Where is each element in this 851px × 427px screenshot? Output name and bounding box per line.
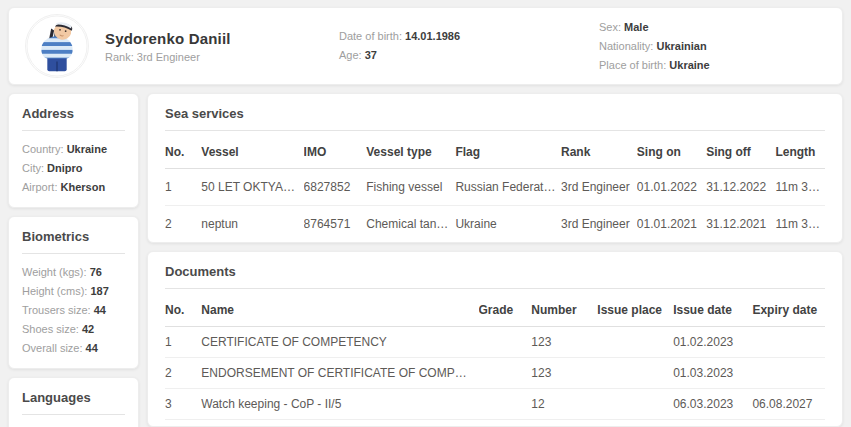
- documents-card: Documents No.NameGradeNumberIssue placeI…: [147, 251, 843, 427]
- table-cell: 8764571: [304, 206, 367, 243]
- table-cell: 3rd Engineer: [561, 169, 637, 206]
- avatar: [25, 14, 89, 78]
- weight-field: Weight (kgs): 76: [9, 263, 138, 282]
- table-row[interactable]: 150 LET OKTYABRYA6827852Fishing vesselRu…: [165, 169, 825, 206]
- table-cell: 31.12.2022: [706, 169, 775, 206]
- sea-services-title: Sea services: [165, 106, 825, 131]
- table-cell: 2: [165, 206, 201, 243]
- sea-services-table: No.VesselIMOVessel typeFlagRankSing onSi…: [165, 131, 825, 242]
- table-cell: Watch Keeping II/4: [201, 420, 478, 427]
- table-cell: 12: [531, 389, 597, 420]
- sea-services-card: Sea services No.VesselIMOVessel typeFlag…: [147, 93, 843, 243]
- table-row[interactable]: 1CERTIFICATE OF COMPETENCY12301.02.2023: [165, 327, 825, 358]
- person-rank: Rank: 3rd Engineer: [105, 51, 339, 63]
- table-cell: 30.08.2024: [752, 420, 825, 427]
- table-cell: 1: [165, 169, 201, 206]
- table-cell: [597, 327, 673, 358]
- identity-info-block: Sex: Male Nationality: Ukrainian Place o…: [599, 18, 826, 75]
- name-block: Sydorenko Daniil Rank: 3rd Engineer: [105, 30, 339, 63]
- content-column: Sea services No.VesselIMOVessel typeFlag…: [147, 93, 843, 427]
- table-cell: 01.03.2023: [673, 358, 752, 389]
- table-cell: 01.01.2022: [637, 169, 706, 206]
- place-of-birth-field: Place of birth: Ukraine: [599, 56, 826, 75]
- overall-size-field: Overall size: 44: [9, 339, 138, 358]
- column-header: Name: [201, 289, 478, 327]
- sidebar: Address Country: Ukraine City: Dnipro Ai…: [8, 93, 139, 427]
- crew-profile-page: Sydorenko Daniil Rank: 3rd Engineer Date…: [0, 0, 851, 427]
- table-cell: Chemical tanker: [366, 206, 455, 243]
- table-cell: [752, 358, 825, 389]
- documents-title: Documents: [165, 264, 825, 289]
- column-header: No.: [165, 131, 201, 169]
- column-header: Issue date: [673, 289, 752, 327]
- profile-header-card: Sydorenko Daniil Rank: 3rd Engineer Date…: [8, 7, 843, 85]
- table-row[interactable]: 2ENDORSEMENT OF CERTIFICATE OF COMPETENC…: [165, 358, 825, 389]
- table-cell: 06.03.2023: [673, 389, 752, 420]
- column-header: Rank: [561, 131, 637, 169]
- sailor-avatar-illustration: [26, 15, 88, 77]
- table-cell: [479, 389, 532, 420]
- table-cell: [597, 358, 673, 389]
- table-cell: 4: [165, 420, 201, 427]
- nationality-field: Nationality: Ukrainian: [599, 37, 826, 56]
- table-row[interactable]: 2neptun8764571Chemical tankerUkraine3rd …: [165, 206, 825, 243]
- table-cell: 06.08.2027: [752, 389, 825, 420]
- table-cell: CERTIFICATE OF COMPETENCY: [201, 327, 478, 358]
- column-header: Sing off: [706, 131, 775, 169]
- address-title: Address: [22, 106, 125, 131]
- column-header: Vessel type: [366, 131, 455, 169]
- table-cell: 01.01.2021: [637, 206, 706, 243]
- table-cell: [597, 389, 673, 420]
- table-cell: [597, 420, 673, 427]
- sea-services-header-row: No.VesselIMOVessel typeFlagRankSing onSi…: [165, 131, 825, 169]
- table-cell: 01.03.2023: [673, 420, 752, 427]
- table-cell: 31.12.2021: [706, 206, 775, 243]
- table-cell: 2: [165, 358, 201, 389]
- column-header: Expiry date: [752, 289, 825, 327]
- table-cell: 11m 30d: [775, 169, 825, 206]
- column-header: Number: [531, 289, 597, 327]
- column-header: IMO: [304, 131, 367, 169]
- height-field: Height (cms): 187: [9, 282, 138, 301]
- table-row[interactable]: 3Watch keeping - CoP - II/51206.03.20230…: [165, 389, 825, 420]
- table-cell: [752, 327, 825, 358]
- column-header: Issue place: [597, 289, 673, 327]
- table-cell: 123: [531, 327, 597, 358]
- documents-table: No.NameGradeNumberIssue placeIssue dateE…: [165, 289, 825, 427]
- documents-header-row: No.NameGradeNumberIssue placeIssue dateE…: [165, 289, 825, 327]
- address-card: Address Country: Ukraine City: Dnipro Ai…: [8, 93, 139, 208]
- table-cell: 50 LET OKTYABRYA: [201, 169, 303, 206]
- date-of-birth-field: Date of birth: 14.01.1986: [339, 27, 599, 46]
- birth-info-block: Date of birth: 14.01.1986 Age: 37: [339, 27, 599, 65]
- trousers-size-field: Trousers size: 44: [9, 301, 138, 320]
- column-header: Sing on: [637, 131, 706, 169]
- column-header: No.: [165, 289, 201, 327]
- column-header: Length: [775, 131, 825, 169]
- table-cell: Russian Federation: [455, 169, 561, 206]
- column-header: Flag: [455, 131, 561, 169]
- table-cell: neptun: [201, 206, 303, 243]
- country-field: Country: Ukraine: [9, 140, 138, 159]
- table-row[interactable]: 4Watch Keeping II/423401.03.202330.08.20…: [165, 420, 825, 427]
- table-cell: 01.02.2023: [673, 327, 752, 358]
- age-field: Age: 37: [339, 46, 599, 65]
- column-header: Grade: [479, 289, 532, 327]
- table-cell: 6827852: [304, 169, 367, 206]
- table-cell: 3: [165, 389, 201, 420]
- languages-card: Languages English: Average: [8, 377, 139, 427]
- table-cell: [479, 358, 532, 389]
- table-cell: 234: [531, 420, 597, 427]
- table-cell: ENDORSEMENT OF CERTIFICATE OF COMPETENCY: [201, 358, 478, 389]
- table-cell: Ukraine: [455, 206, 561, 243]
- table-cell: [479, 327, 532, 358]
- table-cell: 123: [531, 358, 597, 389]
- city-field: City: Dnipro: [9, 159, 138, 178]
- table-cell: 3rd Engineer: [561, 206, 637, 243]
- sex-field: Sex: Male: [599, 18, 826, 37]
- table-cell: Watch keeping - CoP - II/5: [201, 389, 478, 420]
- main-area: Address Country: Ukraine City: Dnipro Ai…: [8, 93, 843, 427]
- person-name: Sydorenko Daniil: [105, 30, 339, 47]
- table-cell: Fishing vessel: [366, 169, 455, 206]
- biometrics-card: Biometrics Weight (kgs): 76 Height (cms)…: [8, 216, 139, 369]
- airport-field: Airport: Kherson: [9, 178, 138, 197]
